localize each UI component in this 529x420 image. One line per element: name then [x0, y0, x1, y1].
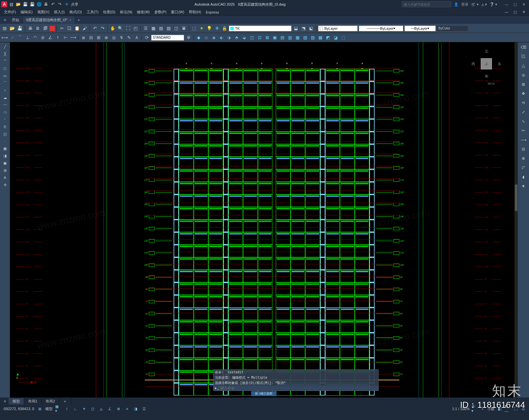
line-icon[interactable]: ╱	[2, 44, 8, 50]
app-menu-icon[interactable]: ◬ ▾	[481, 2, 487, 7]
tb-layermgr-icon[interactable]: ⬓	[293, 25, 299, 32]
dim-update-icon[interactable]: ⟳	[143, 34, 150, 41]
tb-zoomwin-icon[interactable]: ◰	[132, 25, 139, 32]
hatch-icon[interactable]: ▦	[2, 146, 8, 151]
plot-icon[interactable]: 🖶	[43, 2, 49, 7]
add-layout-button[interactable]: ＋	[59, 398, 71, 404]
tb-lock-icon[interactable]: 🔒	[221, 25, 228, 32]
point-icon[interactable]: ∙	[2, 138, 8, 144]
tb-sun-icon[interactable]: ☀	[198, 25, 205, 32]
ellipsearc-icon[interactable]: ◜	[2, 116, 8, 122]
close-button[interactable]: ✕	[520, 1, 528, 7]
dim-inspect-icon[interactable]: ◎	[110, 34, 117, 41]
web-icon[interactable]: 🌐	[36, 2, 42, 7]
layout-tab[interactable]: 模型	[9, 398, 24, 404]
sb-polar-icon[interactable]: ✴	[81, 406, 87, 412]
tb-zoom-icon[interactable]: 🔍	[117, 25, 124, 32]
dim-tedit-icon[interactable]: Ａ	[133, 34, 140, 41]
tba-2-icon[interactable]: ◇	[203, 34, 210, 41]
tb-preview-icon[interactable]: 🗎	[34, 25, 41, 32]
tb-copy-icon[interactable]: ⿻	[66, 25, 73, 32]
tba-8-icon[interactable]: ◫	[249, 34, 255, 41]
extend-icon[interactable]: ⟶	[520, 136, 527, 144]
table-icon[interactable]: ⊞	[2, 167, 8, 173]
tba-1-icon[interactable]: ◆	[195, 34, 202, 41]
user-icon[interactable]: 👤	[454, 2, 459, 7]
tb-pan-icon[interactable]: ✋	[109, 25, 116, 32]
sb-otrack-icon[interactable]: ∠	[107, 406, 113, 412]
sb-snap-icon[interactable]: ⟟	[64, 406, 70, 412]
tba-19-icon[interactable]: ◪	[332, 34, 339, 41]
addsel-icon[interactable]: ✢	[2, 182, 8, 188]
new-icon[interactable]: ▤	[9, 2, 14, 7]
doc-close-button[interactable]: ✕	[520, 10, 527, 14]
open-icon[interactable]: 📂	[16, 2, 21, 7]
menu-窗口W[interactable]: 窗口(W)	[169, 9, 186, 15]
scale-icon[interactable]: ⤢	[520, 108, 527, 116]
dim-base-icon[interactable]: ⊢	[62, 34, 69, 41]
rotate-icon[interactable]: ⟲	[520, 99, 527, 106]
menu-参数P[interactable]: 参数(P)	[152, 9, 169, 15]
break-icon[interactable]: ⊟	[520, 146, 527, 153]
maximize-button[interactable]: ▢	[511, 1, 519, 7]
revcloud-icon[interactable]: ☁	[2, 95, 8, 101]
tb-markup-icon[interactable]: ◫	[173, 25, 180, 32]
sb-model-icon[interactable]: ⊞	[37, 406, 43, 412]
tba-16-icon[interactable]: ▨	[309, 34, 316, 41]
menu-编辑E[interactable]: 编辑(E)	[19, 9, 35, 15]
dim-edit-icon[interactable]: ✎	[126, 34, 132, 41]
tb-layers-icon[interactable]: ⬚	[191, 25, 197, 32]
tba-7-icon[interactable]: ⬙	[241, 34, 248, 41]
mirror-icon[interactable]: ⧋	[520, 62, 527, 69]
dim-ang-icon[interactable]: ∠	[47, 34, 54, 41]
color-dropdown[interactable]: ByLayer	[318, 25, 358, 31]
menu-修改M[interactable]: 修改(M)	[135, 9, 152, 15]
login-label[interactable]: 登录	[461, 2, 468, 7]
sb-model-label[interactable]: 模型	[45, 406, 53, 411]
layout-tab[interactable]: 布局2	[42, 398, 59, 404]
command-input[interactable]	[220, 386, 352, 390]
menu-视图V[interactable]: 视图(V)	[35, 9, 52, 15]
drawing-canvas[interactable]: 26F25F24F23F22F21F20F19F18F17F16F15F14F1…	[10, 42, 518, 398]
menu-工具T[interactable]: 工具(T)	[85, 9, 101, 15]
plotstyle-dropdown[interactable]: ByColor	[437, 25, 468, 31]
tb-zoomext-icon[interactable]: ⛶	[125, 25, 131, 32]
tba-11-icon[interactable]: ▣	[271, 34, 278, 41]
doc-max-button[interactable]: ▢	[512, 10, 518, 14]
pline-icon[interactable]: ⺌	[2, 58, 8, 64]
tb-open-icon[interactable]: 📂	[9, 25, 16, 32]
sb-ortho-icon[interactable]: ∟	[72, 406, 78, 412]
dim-quick-icon[interactable]: ⫯	[55, 34, 61, 41]
dim-rad-icon[interactable]: ◠	[32, 34, 38, 41]
xline-icon[interactable]: ╳	[2, 51, 8, 57]
sb-dyn-icon[interactable]: ⊕	[115, 406, 121, 412]
dim-break-icon[interactable]: ⊟	[88, 34, 94, 41]
mtext-icon[interactable]: A	[2, 175, 8, 181]
tb-tool-icon[interactable]: ▨	[158, 25, 164, 32]
menu-插入I[interactable]: 插入(I)	[52, 9, 66, 15]
dim-cont-icon[interactable]: ⟶	[70, 34, 76, 41]
dim-center-icon[interactable]: ⊕	[103, 34, 109, 41]
dim-aligned-icon[interactable]: ⟋	[9, 34, 16, 41]
stretch-icon[interactable]: ⤡	[520, 118, 527, 125]
fillet-icon[interactable]: ◖	[520, 173, 527, 181]
tba-17-icon[interactable]: ▩	[317, 34, 324, 41]
tab-start[interactable]: 开始	[9, 17, 23, 23]
save-icon[interactable]: 💾	[22, 2, 28, 7]
offset-icon[interactable]: ◎	[520, 71, 527, 79]
gradient-icon[interactable]: ◨	[2, 153, 8, 159]
tb-adc-icon[interactable]: ▧	[165, 25, 172, 32]
share-label[interactable]: 共享	[71, 2, 78, 7]
tba-13-icon[interactable]: ▥	[287, 34, 293, 41]
tabs-menu-button[interactable]: ≡	[1, 398, 9, 405]
tb-save-icon[interactable]: 💾	[17, 25, 23, 32]
new-tab-button[interactable]: ＋	[75, 16, 82, 23]
tb-paste-icon[interactable]: 📋	[74, 25, 80, 32]
dim-linear-icon[interactable]: ⟼	[1, 34, 8, 41]
viewcube[interactable]: 北 南 西 东 上	[471, 49, 501, 79]
tb-sheet-icon[interactable]: ▦	[150, 25, 157, 32]
share-icon[interactable]: ✈	[64, 2, 69, 7]
help-icon[interactable]: ❔ ▾	[490, 2, 497, 7]
viewcube-top[interactable]: 上	[481, 58, 492, 69]
scrollbar-vertical[interactable]	[514, 42, 518, 398]
